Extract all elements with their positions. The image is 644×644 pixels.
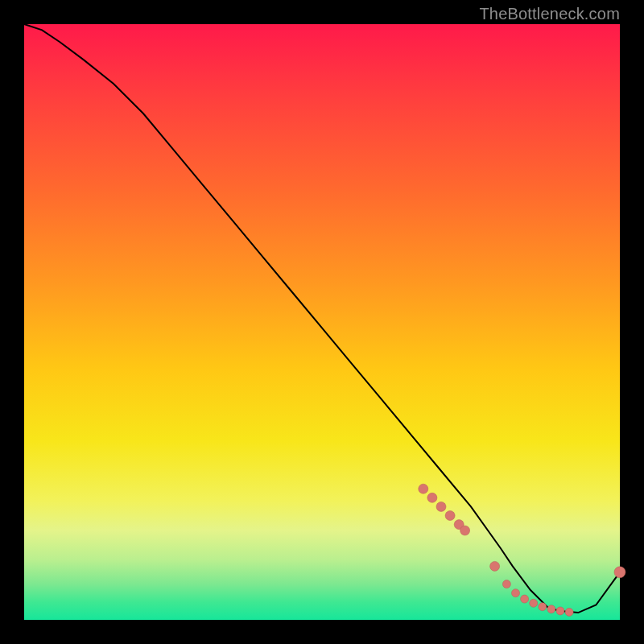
dot (530, 599, 538, 607)
dot (512, 589, 520, 597)
curve-layer (24, 24, 620, 620)
chart-container: TheBottleneck.com (0, 0, 644, 644)
dot (521, 595, 529, 603)
dot (614, 567, 625, 578)
dot (445, 511, 455, 521)
dot (427, 493, 437, 502)
plot-area (24, 24, 620, 620)
dot (460, 526, 470, 535)
dot (502, 580, 510, 588)
dot (436, 502, 446, 511)
scatter-dots (419, 484, 625, 616)
dot (556, 607, 564, 615)
dot (490, 561, 500, 571)
dot (547, 605, 555, 613)
bottleneck-curve (24, 24, 620, 613)
dot (419, 484, 428, 493)
dot (565, 608, 573, 616)
dot (539, 603, 547, 611)
watermark-text: TheBottleneck.com (479, 5, 620, 23)
